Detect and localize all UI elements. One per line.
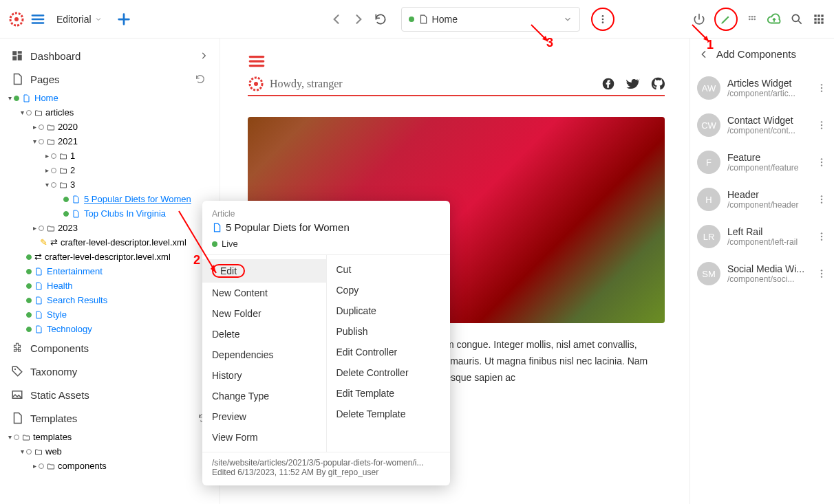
ctx-item-view-form[interactable]: View Form	[202, 427, 326, 448]
page-options-button[interactable]	[591, 8, 614, 31]
back-button[interactable]	[698, 49, 709, 60]
svg-point-43	[821, 236, 822, 237]
power-button[interactable]	[692, 12, 706, 26]
tree-article-clubs[interactable]: Top Clubs In Virginia	[0, 206, 220, 221]
sidebar-components[interactable]: Components	[0, 336, 220, 360]
svg-rect-22	[18, 51, 22, 54]
ctx-item-new-content[interactable]: New Content	[202, 283, 326, 303]
more-vert-icon[interactable]	[816, 194, 827, 205]
more-vert-icon[interactable]	[816, 268, 827, 279]
project-name: Editorial	[56, 14, 92, 25]
publish-button[interactable]	[767, 12, 782, 27]
avatar: CW	[697, 113, 720, 137]
forward-button[interactable]	[352, 12, 365, 26]
ctx-item-cut[interactable]: Cut	[327, 259, 451, 280]
ctx-item-copy[interactable]: Copy	[327, 280, 451, 300]
search-button[interactable]	[790, 12, 804, 26]
tree-health[interactable]: Health	[0, 278, 220, 293]
svg-rect-15	[814, 18, 816, 20]
tree-search[interactable]: Search Results	[0, 293, 220, 307]
svg-point-4	[601, 21, 603, 23]
sidebar-templates[interactable]: Templates	[0, 406, 220, 430]
sidebar-pages[interactable]: Pages	[0, 67, 220, 91]
component-contact-widget[interactable]: CW Contact Widget/component/cont...	[690, 107, 834, 144]
pencil-icon	[720, 13, 732, 25]
sidebar-taxonomy[interactable]: Taxonomy	[0, 360, 220, 383]
svg-point-6	[751, 15, 753, 17]
ctx-path: /site/website/articles/2021/3/5-popular-…	[212, 458, 440, 468]
refresh-icon[interactable]	[195, 74, 206, 85]
svg-point-42	[821, 232, 822, 234]
preview-menu-icon[interactable]	[248, 52, 665, 70]
tree-month-2[interactable]: ▸2	[0, 163, 220, 177]
project-dropdown[interactable]: Editorial	[51, 11, 108, 28]
more-vert-icon[interactable]	[816, 120, 827, 131]
sidebar-static-assets[interactable]: Static Assets	[0, 383, 220, 406]
facebook-icon[interactable]	[601, 77, 615, 91]
more-vert-icon[interactable]	[816, 231, 827, 242]
twitter-icon[interactable]	[626, 77, 640, 91]
back-button[interactable]	[330, 12, 343, 26]
svg-point-25	[14, 369, 16, 370]
address-bar[interactable]: Home	[401, 7, 580, 32]
ctx-item-delete-controller[interactable]: Delete Controller	[327, 362, 451, 383]
add-button[interactable]	[116, 12, 131, 27]
sidebar-dashboard[interactable]: Dashboard	[0, 44, 220, 67]
component-left-rail[interactable]: LR Left Rail/component/left-rail	[690, 218, 834, 255]
tree-month-3[interactable]: ▾3	[0, 177, 220, 192]
tree-articles[interactable]: ▾articles	[0, 105, 220, 120]
ctx-item-publish[interactable]: Publish	[327, 321, 451, 342]
tree-components-folder[interactable]: ▸components	[0, 459, 220, 473]
svg-rect-17	[821, 18, 823, 20]
svg-rect-19	[817, 21, 820, 23]
tree-article-diets[interactable]: 5 Popular Diets for Women	[0, 192, 220, 206]
edit-mode-button[interactable]	[714, 8, 738, 31]
ctx-item-preview[interactable]: Preview	[202, 406, 326, 427]
tree-technology[interactable]: Technology	[0, 322, 220, 336]
component-feature[interactable]: F Feature/component/feature	[690, 144, 834, 181]
svg-point-2	[601, 15, 603, 17]
top-toolbar: Editorial Home	[0, 0, 834, 39]
ctx-item-edit-template[interactable]: Edit Template	[327, 383, 451, 404]
svg-point-39	[821, 195, 822, 197]
grid-handle-icon[interactable]	[746, 13, 758, 25]
tree-cld-1[interactable]: ✎⇄crafter-level-descriptor.level.xml	[0, 235, 220, 250]
svg-point-8	[749, 18, 751, 20]
tree-month-1[interactable]: ▸1	[0, 149, 220, 163]
ctx-item-duplicate[interactable]: Duplicate	[327, 300, 451, 321]
svg-point-38	[821, 164, 822, 166]
more-vert-icon[interactable]	[816, 83, 827, 94]
tree-web[interactable]: ▾web	[0, 444, 220, 459]
ctx-item-dependencies[interactable]: Dependencies	[202, 344, 326, 365]
more-vert-icon	[597, 14, 608, 25]
component-social-media-wi[interactable]: SM Social Media Wi.../component/soci...	[690, 255, 834, 292]
main-menu-icon[interactable]	[30, 12, 45, 27]
tree-2020[interactable]: ▸2020	[0, 120, 220, 134]
reload-button[interactable]	[374, 12, 387, 26]
ctx-item-change-type[interactable]: Change Type	[202, 386, 326, 406]
tree-style[interactable]: Style	[0, 307, 220, 322]
tree-home[interactable]: ▾Home	[0, 91, 220, 105]
component-header[interactable]: H Header/component/header	[690, 181, 834, 218]
svg-point-32	[821, 90, 822, 91]
ctx-item-history[interactable]: History	[202, 365, 326, 386]
ctx-item-edit[interactable]: Edit	[202, 259, 326, 283]
more-vert-icon[interactable]	[816, 157, 827, 168]
ctx-item-edit-controller[interactable]: Edit Controller	[327, 342, 451, 362]
github-icon[interactable]	[651, 77, 665, 91]
page-icon	[212, 223, 222, 232]
apps-button[interactable]	[812, 12, 826, 26]
svg-rect-18	[814, 21, 816, 23]
tree-templates-root[interactable]: ▾templates	[0, 430, 220, 444]
tree-cld-2[interactable]: ⇄crafter-level-descriptor.level.xml	[0, 250, 220, 264]
svg-point-36	[821, 158, 822, 160]
avatar: H	[697, 188, 720, 211]
tree-2023[interactable]: ▸2023	[0, 221, 220, 235]
ctx-item-delete-template[interactable]: Delete Template	[327, 404, 451, 424]
chevron-right-icon	[199, 51, 208, 61]
tree-entertainment[interactable]: Entertainment	[0, 264, 220, 278]
component-articles-widget[interactable]: AW Articles Widget/component/artic...	[690, 69, 834, 107]
ctx-item-delete[interactable]: Delete	[202, 324, 326, 344]
tree-2021[interactable]: ▾2021	[0, 134, 220, 149]
ctx-item-new-folder[interactable]: New Folder	[202, 303, 326, 324]
